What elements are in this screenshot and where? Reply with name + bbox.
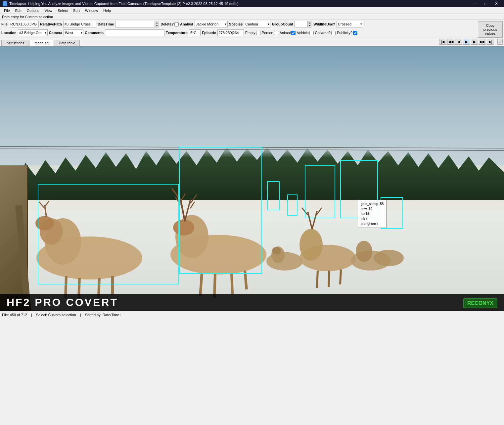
delete-label: Delete? xyxy=(160,22,174,26)
nav-prev-button[interactable]: ◀ xyxy=(455,39,462,45)
file-label: File xyxy=(1,22,8,26)
empty-checkbox[interactable] xyxy=(256,31,260,35)
title-bar: T Timelapse: Helping You Analyze Images … xyxy=(0,0,504,7)
episode-value: 273:230|264 xyxy=(217,29,244,36)
minimize-button[interactable]: ─ xyxy=(470,0,480,7)
animal-checkbox[interactable] xyxy=(291,31,296,35)
nav-first-button[interactable]: |◀ xyxy=(439,39,446,45)
menu-bar: File Edit Options View Select Sort Windo… xyxy=(0,7,504,14)
tab-instructions[interactable]: Instructions xyxy=(1,40,28,46)
location-select[interactable]: #3 Bridge Crc xyxy=(18,29,48,36)
tab-datatable[interactable]: Data table xyxy=(55,40,80,46)
wildlifeuse-select[interactable]: Crossed Present None xyxy=(337,21,363,27)
sky-layer xyxy=(0,46,504,165)
nav-bar: |◀ ◀◀ ◀ ▶ ▶ ▶▶ ▶| ↕ xyxy=(438,38,504,45)
nav-prev10-button[interactable]: ◀◀ xyxy=(447,39,454,45)
species-select[interactable]: Caribou Elk Deer Moose xyxy=(244,21,270,27)
datetime-down-btn[interactable]: ▼ xyxy=(155,24,159,27)
episode-label: Episode xyxy=(202,31,216,35)
menu-file[interactable]: File xyxy=(1,8,13,13)
analyst-select-wrapper: Jackie Morton xyxy=(195,21,228,27)
temperature-value: 5°C xyxy=(189,29,201,36)
publicity-checkbox[interactable] xyxy=(353,31,357,35)
publicity-checkbox-label: Publicity? xyxy=(337,31,357,35)
location-label: Location xyxy=(1,31,17,35)
camera-brand: HF2 PRO COVERT xyxy=(7,296,118,309)
location-select-wrapper: #3 Bridge Crc xyxy=(18,29,48,36)
empty-checkbox-label: Empty xyxy=(245,31,260,35)
menu-options[interactable]: Options xyxy=(24,8,42,13)
tab-imageset[interactable]: Image set xyxy=(29,40,54,46)
tabs-nav-container: Instructions Image set Data table |◀ ◀◀ … xyxy=(0,37,504,46)
copy-previous-label: Copy previous values xyxy=(483,23,497,35)
collared-checkbox[interactable] xyxy=(331,31,336,35)
nav-next-button[interactable]: ▶ xyxy=(471,39,478,45)
vehicle-checkbox[interactable] xyxy=(309,31,314,35)
temperature-label: Temperature xyxy=(166,31,188,35)
collared-checkbox-label: Collared? xyxy=(315,31,336,35)
camera-select-wrapper: West East North South xyxy=(64,29,83,36)
vehicle-checkbox-label: Vehicle xyxy=(297,31,313,35)
nav-last-button[interactable]: ▶| xyxy=(487,39,494,45)
menu-sort[interactable]: Sort xyxy=(70,8,82,13)
delete-checkbox-label: Delete? xyxy=(160,22,179,26)
person-checkbox[interactable] xyxy=(274,31,278,35)
data-entry-label: Data entry for Custom selection xyxy=(2,15,53,19)
image-container: 2021-04-12 19:47:39 M 3/3 5°C xyxy=(0,46,504,311)
datetime-up-btn[interactable]: ▲ xyxy=(155,21,159,24)
menu-select[interactable]: Select xyxy=(55,8,70,13)
status-separator-2: | xyxy=(80,313,81,317)
nav-play-button[interactable]: ▶ xyxy=(463,39,470,45)
groupcount-input[interactable]: 33 xyxy=(295,21,308,27)
svg-line-22 xyxy=(190,202,195,208)
datetime-spin-btns: ▲ ▼ xyxy=(155,21,159,27)
groupcount-up-btn[interactable]: ▲ xyxy=(308,21,312,24)
status-separator-1: | xyxy=(31,313,32,317)
menu-view[interactable]: View xyxy=(42,8,55,13)
close-button[interactable]: ✕ xyxy=(491,0,501,7)
maximize-button[interactable]: □ xyxy=(481,0,491,7)
status-bar: File: 450 of 712 | Select: Custom select… xyxy=(0,311,504,318)
analyst-select[interactable]: Jackie Morton xyxy=(195,21,228,27)
empty-label: Empty xyxy=(245,31,255,35)
comments-input[interactable] xyxy=(105,29,164,36)
relpath-value: #3 Bridge Crossi xyxy=(63,21,96,27)
groupcount-spinner: 33 ▲ ▼ xyxy=(295,21,312,27)
svg-line-8 xyxy=(45,201,49,207)
species-label: Species xyxy=(229,22,243,26)
app-icon: T xyxy=(3,1,7,6)
comments-label: Comments xyxy=(85,31,104,35)
species-select-wrapper: Caribou Elk Deer Moose xyxy=(244,21,270,27)
groupcount-spin-btns: ▲ ▼ xyxy=(308,21,312,27)
tooltip-line-1: goat_sheep .58 xyxy=(361,201,384,206)
menu-help[interactable]: Help xyxy=(101,8,114,13)
toolbar-row-1: File RCNX1353.JPG RelativePath #3 Bridge… xyxy=(0,20,504,28)
datetime-label: DateTime xyxy=(98,22,114,26)
datetime-input[interactable]: 12-Apr-2021 19:47:39 xyxy=(115,21,155,27)
file-value: RCNX1353.JPG xyxy=(9,21,39,27)
camera-scene: 2021-04-12 19:47:39 M 3/3 5°C xyxy=(0,46,504,311)
datetime-spinner: 12-Apr-2021 19:47:39 ▲ ▼ xyxy=(115,21,159,27)
bottom-overlay-bar: HF2 PRO COVERT RECONYX xyxy=(0,294,504,311)
camera-select[interactable]: West East North South xyxy=(64,29,83,36)
tabs-bar: Instructions Image set Data table xyxy=(0,37,438,46)
window-controls: ─ □ ✕ xyxy=(470,0,501,7)
person-label: Person xyxy=(262,31,273,35)
animal-label: Animal xyxy=(280,31,291,35)
camera-label: Camera xyxy=(49,31,62,35)
wildlifeuse-select-wrapper: Crossed Present None xyxy=(337,21,363,27)
menu-edit[interactable]: Edit xyxy=(13,8,24,13)
animal-checkbox-label: Animal xyxy=(280,31,296,35)
svg-line-7 xyxy=(39,202,45,208)
expand-collapse-button[interactable]: ↕ xyxy=(497,39,503,45)
menu-window[interactable]: Window xyxy=(82,8,101,13)
nav-next10-button[interactable]: ▶▶ xyxy=(479,39,486,45)
publicity-label: Publicity? xyxy=(337,31,352,35)
status-sort-info: Sorted by: Date/Time↑ xyxy=(85,313,121,317)
toolbar-area: File RCNX1353.JPG RelativePath #3 Bridge… xyxy=(0,20,504,37)
copy-previous-button[interactable]: Copy previous values xyxy=(478,21,503,38)
groupcount-down-btn[interactable]: ▼ xyxy=(308,24,312,27)
groupcount-label: GroupCount xyxy=(272,22,293,26)
delete-checkbox[interactable] xyxy=(174,22,179,26)
analyst-label: Analyst xyxy=(180,22,193,26)
